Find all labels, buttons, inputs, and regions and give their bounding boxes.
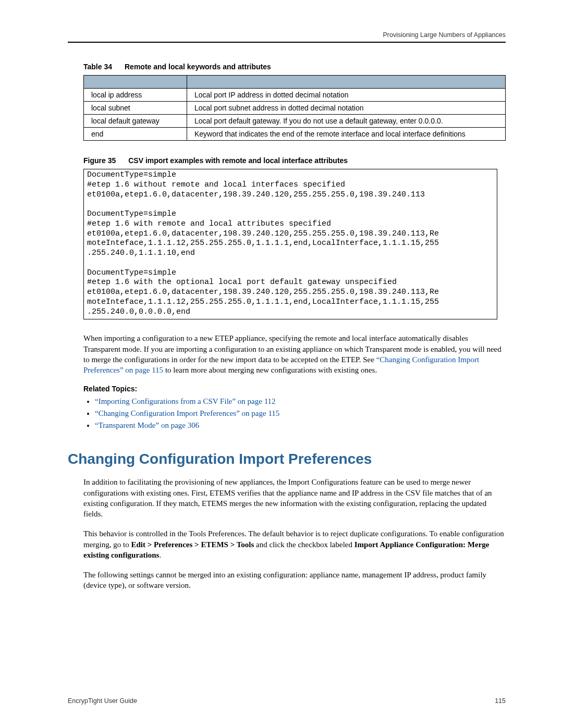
table-row: local default gateway Local port default… bbox=[84, 115, 506, 128]
description-cell: Local port IP address in dotted decimal … bbox=[187, 89, 506, 102]
cross-reference-link[interactable]: “Importing Configurations from a CSV Fil… bbox=[95, 397, 276, 405]
paragraph: The following settings cannot be merged … bbox=[83, 570, 506, 591]
table-header-cell bbox=[187, 76, 506, 89]
list-item: “Changing Configuration Import Preferenc… bbox=[95, 409, 506, 418]
figure-title: CSV import examples with remote and loca… bbox=[128, 156, 348, 165]
description-cell: Local port subnet address in dotted deci… bbox=[187, 102, 506, 115]
table-number: Table 34 bbox=[83, 63, 112, 71]
keyword-cell: local default gateway bbox=[84, 115, 187, 128]
figure-number: Figure 35 bbox=[83, 156, 116, 165]
keyword-cell: end bbox=[84, 128, 187, 141]
page: Provisioning Large Numbers of Appliances… bbox=[0, 0, 563, 728]
text: and click the checkbox labeled bbox=[254, 540, 354, 549]
text: . bbox=[159, 551, 161, 559]
cross-reference-link[interactable]: “Transparent Mode” on page 306 bbox=[95, 421, 199, 429]
keyword-cell: local subnet bbox=[84, 102, 187, 115]
table-caption: Table 34Remote and local keywords and at… bbox=[83, 63, 506, 71]
csv-example-box: DocumentType=simple #etep 1.6 without re… bbox=[83, 169, 497, 319]
table-header-cell bbox=[84, 76, 187, 89]
paragraph: This behavior is controlled in the Tools… bbox=[83, 528, 506, 560]
page-number: 115 bbox=[495, 697, 506, 705]
description-cell: Keyword that indicates the end of the re… bbox=[187, 128, 506, 141]
keyword-cell: local ip address bbox=[84, 89, 187, 102]
description-cell: Local port default gateway. If you do no… bbox=[187, 115, 506, 128]
figure-caption: Figure 35CSV import examples with remote… bbox=[83, 156, 506, 165]
list-item: “Importing Configurations from a CSV Fil… bbox=[95, 397, 506, 406]
footer-left: EncrypTight User Guide bbox=[68, 697, 137, 705]
table-header-row bbox=[84, 76, 506, 89]
table-title: Remote and local keywords and attributes bbox=[125, 63, 271, 71]
related-topics-heading: Related Topics: bbox=[83, 385, 506, 393]
menu-path: Edit > Preferences > ETEMS > Tools bbox=[131, 540, 254, 549]
paragraph: In addition to facilitating the provisio… bbox=[83, 477, 506, 519]
cross-reference-link[interactable]: “Changing Configuration Import Preferenc… bbox=[95, 409, 279, 417]
section-heading: Changing Configuration Import Preference… bbox=[68, 451, 506, 467]
table-row: end Keyword that indicates the end of th… bbox=[84, 128, 506, 141]
keywords-table: local ip address Local port IP address i… bbox=[83, 75, 506, 141]
table-row: local subnet Local port subnet address i… bbox=[84, 102, 506, 115]
page-footer: EncrypTight User Guide 115 bbox=[68, 697, 506, 705]
text: to learn more about merging new configur… bbox=[163, 366, 377, 374]
related-topics-list: “Importing Configurations from a CSV Fil… bbox=[83, 397, 506, 430]
running-header: Provisioning Large Numbers of Appliances bbox=[68, 31, 506, 43]
list-item: “Transparent Mode” on page 306 bbox=[95, 421, 506, 430]
paragraph: When importing a configuration to a new … bbox=[83, 333, 506, 375]
table-row: local ip address Local port IP address i… bbox=[84, 89, 506, 102]
